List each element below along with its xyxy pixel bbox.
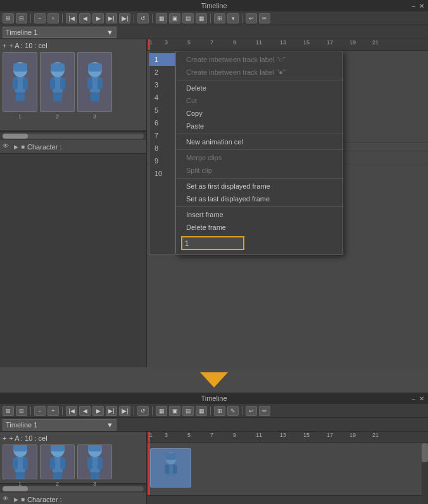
frame-num-row-1[interactable]: 1 [149,53,175,66]
bottom-toolbar-btn-next[interactable]: ▶| [106,406,117,416]
frame-num-row-7[interactable]: 7 [149,129,175,142]
bottom-toolbar-btn-loop[interactable]: ↺ [137,406,149,416]
scrollbar-thumb[interactable] [3,134,28,139]
frame-num-row-5[interactable]: 5 [149,104,175,117]
bottom-expand-arrow[interactable]: ▶ [14,496,18,503]
bottom-toolbar-btn-8[interactable]: ▦ [196,406,207,416]
toolbar-btn-prev-key[interactable]: |◀ [66,13,77,23]
bottom-right-h-scrollbar[interactable] [147,495,428,504]
frame-num-row-3[interactable]: 3 [149,79,175,91]
bottom-toolbar-btn-12[interactable]: ✏ [259,406,270,416]
timeline-dropdown[interactable]: Timeline 1 ▼ [3,27,116,38]
bottom-close-button[interactable]: ✕ [419,395,424,402]
ctx-set-last-frame[interactable]: Set as last displayed frame [176,192,343,205]
ruler-3: 3 [165,39,168,46]
bottom-toolbar-btn-6[interactable]: ▣ [169,406,180,416]
ctx-cut[interactable]: Cut [176,94,343,107]
toolbar-btn-6[interactable]: ▣ [169,13,180,23]
ctx-copy[interactable]: Copy [176,107,343,120]
bottom-toolbar-btn-prev[interactable]: ◀ [79,406,91,416]
bottom-v-scrollbar-thumb[interactable] [422,443,428,462]
top-panel: Timeline – ✕ ⊞ ⊟ − + |◀ ◀ ▶ ▶| |▶| ↺ ▦ ▣… [0,0,428,367]
bottom-toolbar-btn-7[interactable]: ▤ [182,406,194,416]
arrow-separator [0,367,428,393]
bottom-eye-icon[interactable]: 👁 [3,495,11,504]
bottom-minimize-button[interactable]: – [412,395,415,402]
cel-strip: + + A : 10 : cel [0,39,146,131]
ctx-delete-frame[interactable]: Delete frame [176,221,343,234]
frame-num-row-9[interactable]: 9 [149,154,175,167]
bottom-scrollbar-thumb[interactable] [3,486,28,491]
bottom-cel-frame-1[interactable]: 1 [3,444,37,487]
bottom-scrollbar-track[interactable] [3,486,144,491]
toolbar-btn-12[interactable]: ✏ [259,13,270,23]
toolbar-btn-play[interactable]: ▶ [92,13,104,23]
ctx-set-first-frame[interactable]: Set as first displayed frame [176,180,343,192]
ruler-9: 9 [233,39,236,46]
toolbar-btn-zoom-out[interactable]: − [34,13,46,23]
ctx-delete[interactable]: Delete [176,82,343,94]
frame-num-row-4[interactable]: 4 [149,91,175,104]
frame-num-row-8[interactable]: 8 [149,142,175,154]
scrollbar-track[interactable] [3,134,144,139]
toolbar-btn-10[interactable]: ▾ [227,13,239,23]
ctx-frame-input[interactable] [181,236,244,250]
ctx-new-animation-cel[interactable]: New animation cel [176,135,343,148]
cel-thumb-3[interactable] [77,52,112,112]
bottom-toolbar-btn-2[interactable]: ⊟ [16,406,27,416]
bottom-toolbar-sep-2 [62,406,63,415]
bottom-toolbar-btn-5[interactable]: ▦ [156,406,167,416]
ctx-split-clip[interactable]: Split clip [176,164,343,177]
toolbar-btn-loop[interactable]: ↺ [137,13,149,23]
toolbar-btn-prev[interactable]: ◀ [79,13,91,23]
bottom-toolbar-btn-next-key[interactable]: |▶| [119,406,130,416]
ctx-merge-clips[interactable]: Merge clips [176,151,343,164]
bottom-toolbar-btn-11[interactable]: ↩ [246,406,257,416]
ctx-paste[interactable]: Paste [176,120,343,132]
minimize-button[interactable]: – [412,3,415,9]
toolbar-btn-9[interactable]: ⊞ [214,13,225,23]
toolbar-btn-1[interactable]: ⊞ [3,13,14,23]
bottom-cel-thumb-2[interactable] [40,444,75,479]
toolbar-btn-zoom-in[interactable]: + [47,13,59,23]
cel-frame-2[interactable]: 2 [40,52,75,120]
cel-thumb-1[interactable] [3,52,37,112]
eye-icon[interactable]: 👁 [3,142,11,151]
toolbar-btn-next[interactable]: ▶| [106,13,117,23]
bottom-cel-thumb-1[interactable] [3,444,37,479]
ctx-create-inbetween-open[interactable]: Create inbetween track label "○" [176,53,343,66]
close-button[interactable]: ✕ [419,3,424,9]
toolbar-btn-8[interactable]: ▦ [196,13,207,23]
expand-arrow[interactable]: ▶ [14,144,18,150]
cel-frame-1[interactable]: 1 [3,52,37,120]
bottom-toolbar-btn-zoom-in[interactable]: + [47,406,59,416]
bottom-cel-thumb-3[interactable] [77,444,112,479]
bottom-toolbar-btn-10[interactable]: ✎ [227,406,239,416]
bottom-cel-frame-3[interactable]: 3 [77,444,112,487]
bottom-toolbar-btn-9[interactable]: ⊞ [214,406,225,416]
svg-rect-8 [51,63,65,72]
bottom-toolbar-btn-prev-key[interactable]: |◀ [66,406,77,416]
bottom-extended-clip[interactable] [150,448,191,488]
toolbar-btn-11[interactable]: ↩ [246,13,257,23]
bottom-toolbar-btn-1[interactable]: ⊞ [3,406,14,416]
timeline-dropdown-arrow: ▼ [106,28,113,36]
bottom-v-scrollbar[interactable] [422,443,428,504]
bottom-timeline-dropdown[interactable]: Timeline 1 ▼ [3,419,116,431]
cel-frame-3[interactable]: 3 [77,52,112,120]
bottom-toolbar-btn-zoom-out[interactable]: − [34,406,46,416]
toolbar-btn-7[interactable]: ▤ [182,13,194,23]
toolbar-btn-2[interactable]: ⊟ [16,13,27,23]
frame-num-row-6[interactable]: 6 [149,117,175,129]
toolbar-btn-next-key[interactable]: |▶| [119,13,130,23]
frame-num-row-2[interactable]: 2 [149,66,175,79]
ctx-insert-frame[interactable]: Insert frame [176,208,343,221]
bottom-cel-frame-2[interactable]: 2 [40,444,75,487]
bottom-toolbar-btn-play[interactable]: ▶ [92,406,104,416]
toolbar-btn-5[interactable]: ▦ [156,13,167,23]
svg-rect-32 [60,458,65,469]
ctx-create-inbetween-closed[interactable]: Create inbetween track label "●" [176,66,343,79]
cel-h-scrollbar[interactable] [0,131,146,140]
frame-num-row-10[interactable]: 10 [149,167,175,180]
cel-thumb-2[interactable] [40,52,75,112]
